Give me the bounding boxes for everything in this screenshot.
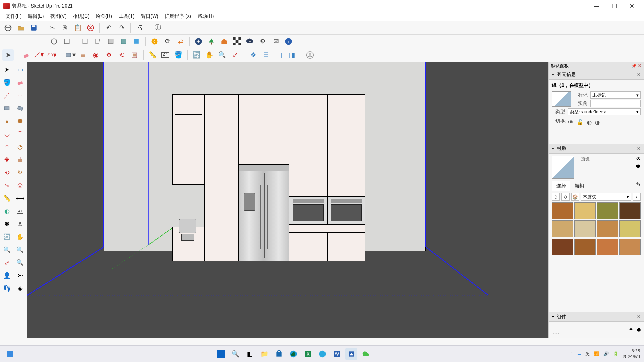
tab-edit[interactable]: 编辑 <box>570 181 589 191</box>
rotate-tool-large[interactable]: ⟲ <box>1 167 13 179</box>
enscape-icon[interactable]: e <box>149 36 160 47</box>
menu-edit[interactable]: 编辑(E) <box>25 12 47 21</box>
material-create-icon[interactable]: ⬢ <box>636 163 641 169</box>
material-sample-icon[interactable]: 👁 <box>636 156 641 162</box>
iso-view-button[interactable] <box>48 36 60 47</box>
2pt-arc-tool[interactable]: ⌒ <box>14 128 27 140</box>
material-swatch-3[interactable] <box>619 202 641 219</box>
3pt-arc-tool[interactable]: ◠ <box>1 141 13 153</box>
component-tool[interactable]: ⬚ <box>14 64 27 76</box>
shadow-receive-icon[interactable]: ◑ <box>595 119 600 125</box>
redo-button[interactable]: ↷ <box>116 22 127 33</box>
pin-icon[interactable]: 📌 <box>632 64 636 68</box>
offset-tool[interactable]: ◉ <box>90 49 101 61</box>
offset-tool-large[interactable]: ◎ <box>14 179 27 191</box>
axes-tool[interactable]: ✱ <box>1 218 13 230</box>
arc-tool[interactable]: ◠▾ <box>46 49 58 61</box>
arc-tool-large[interactable]: ◡ <box>1 128 13 140</box>
close-button[interactable]: ✕ <box>623 0 641 12</box>
info-icon[interactable]: i <box>283 36 294 47</box>
sync-icon[interactable]: ⇄ <box>175 36 186 47</box>
cloud-upload-icon[interactable] <box>244 36 256 47</box>
zoom-window-tool[interactable]: 🔍 <box>14 244 27 256</box>
rotated-rect-tool[interactable] <box>14 102 27 114</box>
dimension-tool[interactable]: ⟷ <box>14 192 27 204</box>
mail-icon[interactable]: ✉ <box>270 36 281 47</box>
right-view-button[interactable] <box>92 36 103 47</box>
tape-tool-large[interactable]: 📏 <box>1 192 13 204</box>
tray-volume-icon[interactable]: 🔊 <box>603 351 609 356</box>
menu-draw[interactable]: 绘图(R) <box>93 12 116 21</box>
type-field[interactable]: 类型: <undefined>▾ <box>568 108 641 115</box>
section-cut-icon[interactable]: ◨ <box>286 49 297 61</box>
excel-app[interactable]: X <box>302 348 314 360</box>
style-button[interactable] <box>131 36 142 47</box>
circle-tool[interactable]: ● <box>1 115 13 127</box>
material-swatch-2[interactable] <box>597 202 618 219</box>
section-plane-tool[interactable]: ◈ <box>14 282 27 294</box>
word-app[interactable]: W <box>331 348 343 360</box>
eraser-tool-large[interactable] <box>14 76 27 88</box>
menu-file[interactable]: 文件(F) <box>2 12 25 21</box>
orbit-tool-large[interactable]: 🔄 <box>1 231 13 243</box>
add-circle-icon[interactable] <box>193 36 204 47</box>
tag-field[interactable]: 未标记▾ <box>590 91 641 99</box>
material-swatch-6[interactable] <box>597 220 618 237</box>
maximize-button[interactable]: ❐ <box>605 0 623 12</box>
pan-tool-large[interactable]: ✋ <box>14 231 27 243</box>
tray-battery-icon[interactable]: 🔋 <box>613 351 619 356</box>
shadow-cast-icon[interactable]: ◐ <box>587 119 592 125</box>
left-view-button[interactable] <box>118 36 129 47</box>
open-file-button[interactable] <box>15 22 27 33</box>
components-close-icon[interactable]: ✕ <box>636 314 642 319</box>
menu-tools[interactable]: 工具(T) <box>116 12 138 21</box>
menu-camera[interactable]: 相机(C) <box>70 12 93 21</box>
material-swatch-4[interactable] <box>552 220 573 237</box>
3dtext-tool[interactable]: A <box>14 218 27 230</box>
material-swatch-8[interactable] <box>552 239 573 255</box>
ime-indicator[interactable]: 英 <box>585 351 590 357</box>
viewport[interactable] <box>27 62 548 338</box>
menu-view[interactable]: 视图(V) <box>47 12 70 21</box>
move-tool[interactable]: ✥ <box>103 49 114 61</box>
pushpull-tool-large[interactable] <box>14 154 27 166</box>
warehouse-icon[interactable] <box>219 36 230 47</box>
gear-icon[interactable]: ⚙ <box>257 36 268 47</box>
component-add-icon[interactable]: ⬢ <box>637 327 641 333</box>
minimize-button[interactable]: — <box>588 0 605 12</box>
paint-bucket-tool[interactable]: 🪣 <box>1 76 13 88</box>
polygon-tool[interactable]: ⬣ <box>14 115 27 127</box>
rect-tool-large[interactable] <box>1 102 13 114</box>
nav-fwd-icon[interactable]: ◇ <box>561 193 570 201</box>
menu-help[interactable]: 帮助(H) <box>194 12 217 21</box>
rotate-tool[interactable]: ⟲ <box>116 49 127 61</box>
refresh-icon[interactable]: ⟳ <box>162 36 173 47</box>
select-tool[interactable]: ➤ <box>2 49 14 61</box>
components-header[interactable]: ▼ 组件 ✕ <box>549 312 644 322</box>
model-info-button[interactable]: ⓘ <box>152 22 163 33</box>
text-tool[interactable]: A1 <box>160 49 171 61</box>
material-swatch-7[interactable] <box>619 220 641 237</box>
undo-button[interactable]: ↶ <box>103 22 114 33</box>
pan-tool[interactable]: ✋ <box>204 49 215 61</box>
menu-extensions[interactable]: 扩展程序 (x) <box>161 12 194 21</box>
materials-header[interactable]: ▼ 材质 ✕ <box>549 144 644 154</box>
nav-home-icon[interactable]: 🏠 <box>571 193 579 201</box>
tree-icon[interactable] <box>206 36 217 47</box>
component-search-icon[interactable]: 👁 <box>629 327 634 333</box>
look-around-tool[interactable]: 👁 <box>14 269 27 282</box>
freehand-tool[interactable]: 〰 <box>14 89 27 101</box>
pie-tool[interactable]: ◔ <box>14 141 27 153</box>
clock[interactable]: 8:25 2024/9/6 <box>623 348 640 359</box>
instance-field[interactable] <box>590 100 641 107</box>
kitchen-model[interactable] <box>172 94 365 261</box>
menu-window[interactable]: 窗口(W) <box>138 12 161 21</box>
save-button[interactable] <box>28 22 39 33</box>
tape-tool[interactable]: 📏 <box>147 49 158 61</box>
line-tool-large[interactable]: ／ <box>1 89 13 101</box>
position-camera-tool[interactable]: 👤 <box>1 269 13 282</box>
top-view-button[interactable] <box>61 36 72 47</box>
front-view-button[interactable] <box>79 36 91 47</box>
material-swatch-10[interactable] <box>597 239 618 255</box>
component-browse-icon[interactable]: ⬚ <box>552 325 560 335</box>
